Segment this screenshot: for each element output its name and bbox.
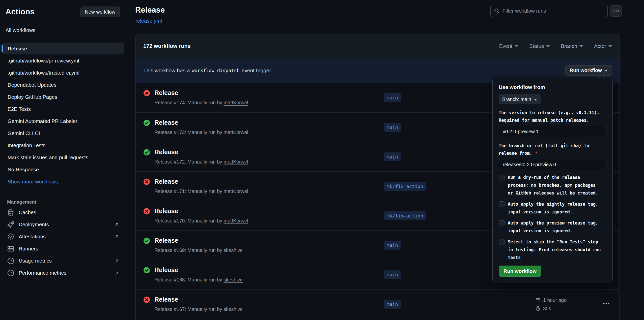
actor-link[interactable]: skeshive bbox=[223, 277, 243, 282]
workflow-nav-item[interactable]: Release bbox=[2, 43, 124, 54]
filter-dropdown[interactable]: Branch bbox=[561, 43, 583, 49]
branch-badge[interactable]: main bbox=[384, 270, 401, 279]
actor-link[interactable]: mattKorwel bbox=[223, 159, 248, 165]
management-nav-item[interactable]: Caches bbox=[0, 206, 126, 218]
run-title[interactable]: Release bbox=[154, 296, 243, 303]
sidebar-title: Actions bbox=[6, 7, 35, 16]
divider bbox=[2, 40, 124, 40]
run-title[interactable]: Release bbox=[154, 237, 243, 244]
filter-dropdown[interactable]: Event bbox=[499, 43, 518, 49]
filter-label: Event bbox=[499, 43, 512, 49]
branch-badge[interactable]: mk/fix-action bbox=[384, 182, 426, 191]
run-description: Release #170: Manually run by mattKorwel bbox=[154, 218, 248, 224]
branch-badge[interactable]: mk/fix-action bbox=[384, 211, 426, 220]
actor-link[interactable]: skeshive bbox=[223, 247, 243, 253]
workflow-nav-item[interactable]: Show more workflows... bbox=[2, 176, 124, 187]
filter-dropdown[interactable]: Actor bbox=[594, 43, 612, 49]
search-icon bbox=[494, 8, 500, 14]
ref-input[interactable] bbox=[499, 159, 606, 170]
workflow-nav-item[interactable]: Mark stale issues and pull requests bbox=[2, 151, 124, 163]
run-workflow-submit-button[interactable]: Run workflow bbox=[499, 266, 541, 277]
management-nav-item[interactable]: Attestations bbox=[0, 231, 126, 243]
run-title[interactable]: Release bbox=[154, 119, 248, 126]
workflow-nav-label: Gemini Automated PR Labeler bbox=[8, 118, 77, 124]
checkbox[interactable] bbox=[499, 239, 505, 245]
management-nav-item[interactable]: Performance metrics bbox=[0, 267, 126, 279]
checkbox[interactable] bbox=[499, 175, 505, 180]
run-title[interactable]: Release bbox=[154, 89, 248, 97]
management-nav-item[interactable]: Usage metrics bbox=[0, 255, 126, 267]
management-nav-item[interactable]: Runners bbox=[0, 243, 126, 255]
checkbox[interactable] bbox=[499, 220, 505, 226]
run-description: Release #168: Manually run by skeshive bbox=[154, 277, 243, 283]
workflow-nav-item[interactable]: Deploy GitHub Pages bbox=[2, 91, 124, 103]
management-nav-label: Deployments bbox=[19, 221, 49, 228]
workflow-nav-label: .github/workflows/pr-review.yml bbox=[8, 58, 79, 64]
run-title[interactable]: Release bbox=[154, 207, 248, 215]
workflow-options-button[interactable] bbox=[610, 5, 622, 17]
chevron-down-icon bbox=[534, 99, 537, 101]
popover-checkbox-row: Select to skip the "Run Tests" step in t… bbox=[499, 238, 606, 262]
x-circle-icon bbox=[143, 90, 150, 106]
chevron-down-icon bbox=[608, 45, 612, 47]
actor-link[interactable]: skeshive bbox=[223, 306, 243, 312]
chevron-down-icon bbox=[546, 45, 550, 47]
actor-link[interactable]: mattKorwel bbox=[223, 130, 248, 135]
actor-link[interactable]: mattKorwel bbox=[223, 218, 248, 223]
checkbox-label: Select to skip the "Run Tests" step in t… bbox=[508, 238, 603, 262]
rocket-icon bbox=[7, 221, 14, 228]
workflow-nav-label: E2E Tests bbox=[8, 106, 31, 112]
management-nav-item[interactable]: Deployments bbox=[0, 218, 126, 231]
management-nav-label: Runners bbox=[19, 246, 38, 252]
check-circle-icon bbox=[143, 119, 150, 135]
verified-badge-icon bbox=[7, 233, 14, 240]
management-nav: Caches Deployments Attestations Runners bbox=[0, 206, 126, 279]
branch-badge[interactable]: main bbox=[384, 152, 401, 161]
popover-checkbox-row: Auto apply the preview release tag, inpu… bbox=[499, 219, 606, 235]
workflow-nav-item[interactable]: Gemini CLI CI bbox=[2, 127, 124, 139]
run-title[interactable]: Release bbox=[154, 148, 248, 156]
version-input-label: The version to release (e.g., v0.1.11). … bbox=[499, 109, 606, 124]
sidebar-item-all-workflows[interactable]: All workflows bbox=[0, 25, 126, 35]
arrow-up-right-icon bbox=[114, 258, 119, 264]
workflow-nav-item[interactable]: Integration Tests bbox=[2, 139, 124, 151]
actor-link[interactable]: mattKorwel bbox=[223, 100, 248, 105]
meter-icon bbox=[7, 269, 14, 277]
branch-badge[interactable]: main bbox=[384, 241, 401, 250]
branch-selector[interactable]: Branch: main bbox=[499, 94, 541, 104]
run-options-button[interactable] bbox=[603, 300, 609, 307]
popover-checkboxes: Run a dry-run of the release process; no… bbox=[499, 174, 606, 262]
workflow-nav-item[interactable]: .github/workflows/pr-review.yml bbox=[2, 55, 124, 67]
workflow-nav-item[interactable]: No Response bbox=[2, 164, 124, 175]
branch-selector-label: Branch: main bbox=[502, 97, 531, 102]
workflow-nav-item[interactable]: Gemini Automated PR Labeler bbox=[2, 115, 124, 127]
workflow-nav-item[interactable]: Dependabot Updates bbox=[2, 79, 124, 91]
workflow-file-link[interactable]: release.yml bbox=[135, 18, 162, 24]
branch-badge[interactable]: main bbox=[384, 93, 401, 102]
run-description: Release #172: Manually run by mattKorwel bbox=[154, 159, 248, 165]
server-icon bbox=[7, 245, 14, 252]
branch-badge[interactable]: main bbox=[384, 123, 401, 132]
workflow-run-row[interactable]: Release Release #167: Manually run by sk… bbox=[136, 289, 620, 319]
popover-checkbox-row: Auto apply the nightly release tag, inpu… bbox=[499, 200, 606, 216]
filter-runs-input[interactable] bbox=[502, 8, 604, 14]
meter-icon bbox=[7, 257, 14, 265]
run-title[interactable]: Release bbox=[154, 266, 243, 274]
checkbox[interactable] bbox=[499, 201, 505, 207]
run-workflow-dropdown-button[interactable]: Run workflow bbox=[565, 65, 612, 76]
filter-dropdown[interactable]: Status bbox=[529, 43, 550, 49]
new-workflow-button[interactable]: New workflow bbox=[80, 7, 120, 17]
actor-link[interactable]: mattKorwel bbox=[223, 188, 248, 194]
management-nav-label: Attestations bbox=[19, 234, 46, 240]
run-start-time: 1 hour ago bbox=[543, 297, 567, 303]
workflow-nav-item[interactable]: .github/workflows/trusted-ci.yml bbox=[2, 67, 124, 79]
management-heading: Management bbox=[7, 199, 126, 205]
version-input[interactable] bbox=[499, 126, 606, 137]
x-circle-icon bbox=[143, 178, 150, 194]
calendar-icon bbox=[535, 298, 541, 303]
branch-badge[interactable]: main bbox=[384, 300, 401, 309]
workflow-nav-item[interactable]: E2E Tests bbox=[2, 103, 124, 115]
run-title[interactable]: Release bbox=[154, 178, 248, 185]
run-workflow-dropdown-label: Run workflow bbox=[570, 68, 602, 73]
x-circle-icon bbox=[143, 296, 150, 312]
